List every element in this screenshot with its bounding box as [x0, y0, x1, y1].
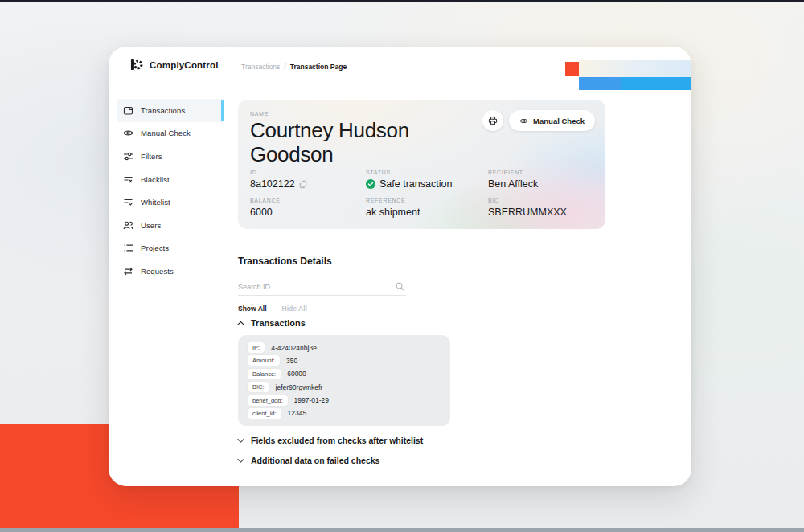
field-row: Balance: 60000 — [248, 369, 441, 379]
section-label: Fields excluded from checks after whitel… — [251, 436, 423, 445]
bottom-edge-line — [0, 528, 804, 532]
field-key-badge: BIC: — [248, 382, 269, 392]
search-icon[interactable] — [396, 282, 404, 291]
wallet-icon — [123, 105, 133, 116]
field-value: 350 — [286, 357, 297, 365]
field-value: jefer90rgwnkefr — [276, 383, 323, 391]
section-failed-checks-toggle[interactable]: Additional data on failed checks — [237, 456, 379, 465]
sidebar-nav: Transactions Manual Check Filters — [117, 99, 224, 283]
sidebar-item-label: Projects — [141, 243, 169, 252]
sidebar-item-label: Users — [141, 221, 161, 230]
section-transactions-toggle[interactable]: Transactions — [237, 318, 306, 328]
field-value: 8a102122 — [250, 178, 295, 190]
hide-all-link[interactable]: Hide All — [282, 305, 307, 313]
field-key-badge: benef_dob: — [248, 395, 288, 406]
customer-name: Courtney Hudson Goodson — [250, 118, 457, 166]
field-label: STATUS — [366, 170, 452, 175]
desktop-background: ComplyControl Transactions / Transaction… — [0, 0, 804, 532]
breadcrumb-separator: / — [284, 63, 285, 71]
sidebar-item-label: Filters — [141, 152, 162, 161]
field-value: 1997-01-29 — [294, 396, 329, 404]
sidebar-item-transactions[interactable]: Transactions — [117, 99, 224, 122]
sidebar-item-label: Requests — [141, 267, 174, 276]
print-button[interactable] — [482, 110, 503, 131]
chevron-down-icon — [237, 458, 244, 464]
show-all-link[interactable]: Show All — [238, 305, 267, 313]
app-logo[interactable]: ComplyControl — [130, 58, 219, 72]
field-id: ID 8a102122 — [250, 170, 307, 190]
users-icon — [123, 220, 133, 231]
field-value: 6000 — [250, 207, 273, 218]
field-value: SBERRUMMXXX — [488, 207, 567, 218]
field-key-badge: Balance: — [248, 369, 281, 379]
field-row: IP: 4-424024nbj3e — [248, 342, 441, 353]
field-recipient: RECIPIENT Ben Affleck — [488, 170, 538, 190]
chevron-up-icon — [237, 321, 244, 326]
sidebar-item-users[interactable]: Users — [117, 214, 224, 237]
app-window: ComplyControl Transactions / Transaction… — [109, 47, 691, 486]
orange-square-decor — [565, 62, 579, 76]
field-key-badge: client_id: — [248, 408, 281, 419]
search-field — [238, 278, 406, 296]
list-icon — [123, 243, 133, 253]
sliders-icon — [123, 151, 133, 162]
field-value: Ben Affleck — [488, 178, 538, 190]
eye-icon — [519, 117, 528, 125]
field-bic: BIC SBERRUMMXXX — [488, 198, 567, 218]
transaction-fields-panel: IP: 4-424024nbj3e Amount: 350 Balance: 6… — [238, 335, 450, 426]
manual-check-label: Manual Check — [533, 117, 585, 125]
field-label: ID — [250, 170, 307, 175]
field-balance: BALANCE 6000 — [250, 198, 281, 218]
field-status: STATUS Safe transaction — [366, 170, 452, 190]
sidebar-item-projects[interactable]: Projects — [117, 237, 224, 260]
active-indicator-bar — [221, 100, 224, 121]
printer-icon — [488, 116, 498, 125]
sidebar-item-label: Manual Check — [141, 129, 191, 137]
field-value: ak shipment — [366, 207, 420, 218]
hero-actions: Manual Check — [482, 110, 595, 131]
field-value: 12345 — [288, 409, 307, 417]
field-reference: REFERENCE ak shipment — [366, 198, 420, 218]
field-key-badge: Amount: — [248, 355, 280, 366]
copy-icon[interactable] — [299, 180, 307, 189]
complycontrol-logo-icon — [130, 58, 144, 72]
name-label: NAME — [250, 111, 269, 117]
field-row: benef_dob: 1997-01-29 — [248, 395, 441, 406]
transaction-summary-card: NAME Courtney Hudson Goodson M — [238, 100, 605, 229]
field-row: BIC: jefer90rgwnkefr — [248, 382, 441, 392]
holographic-band-decor — [579, 60, 691, 77]
list-check-icon — [123, 197, 133, 207]
sidebar-item-blacklist[interactable]: Blacklist — [117, 168, 224, 191]
section-label: Additional data on failed checks — [251, 456, 379, 465]
swap-arrows-icon — [123, 266, 133, 276]
breadcrumb: Transactions / Transaction Page — [241, 63, 347, 71]
field-label: BIC — [488, 198, 567, 203]
list-x-icon — [123, 174, 133, 185]
breadcrumb-current: Transaction Page — [290, 63, 347, 71]
sidebar-item-label: Transactions — [141, 106, 185, 115]
details-title: Transactions Details — [238, 256, 332, 267]
eye-icon — [123, 128, 133, 138]
sidebar-item-requests[interactable]: Requests — [117, 260, 224, 283]
top-edge-line — [0, 0, 804, 2]
manual-check-button[interactable]: Manual Check — [509, 110, 595, 131]
sidebar-item-label: Blacklist — [141, 175, 170, 184]
chevron-down-icon — [237, 438, 244, 444]
sidebar-item-manual-check[interactable]: Manual Check — [117, 122, 224, 145]
section-label: Transactions — [251, 318, 306, 328]
field-label: REFERENCE — [366, 198, 420, 203]
brand-name: ComplyControl — [150, 60, 219, 70]
breadcrumb-parent-link[interactable]: Transactions — [241, 63, 280, 71]
check-circle-icon — [366, 179, 375, 189]
field-key-badge: IP: — [248, 342, 265, 353]
sidebar-item-filters[interactable]: Filters — [117, 145, 224, 168]
section-whitelist-excluded-toggle[interactable]: Fields excluded from checks after whitel… — [237, 436, 423, 445]
sidebar-item-whitelist[interactable]: Whitelist — [117, 190, 224, 214]
sidebar-item-label: Whitelist — [141, 198, 170, 207]
search-input[interactable] — [238, 279, 406, 296]
field-row: Amount: 350 — [248, 355, 441, 366]
blue-bar-decor — [579, 77, 691, 90]
field-label: RECIPIENT — [488, 170, 538, 175]
field-row: client_id: 12345 — [248, 408, 441, 419]
field-label: BALANCE — [250, 198, 281, 203]
